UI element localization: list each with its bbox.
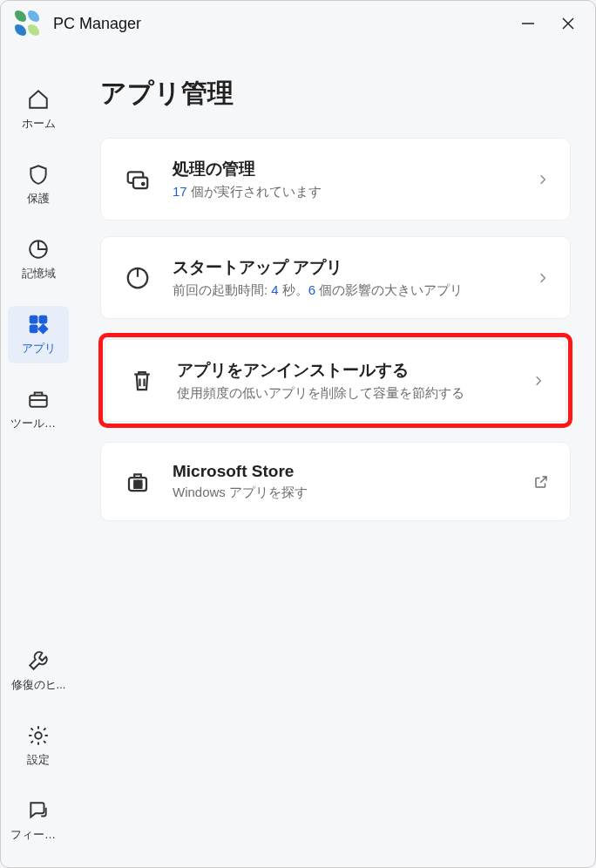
sidebar-item-protection[interactable]: 保護 — [8, 156, 69, 214]
card-startup-apps[interactable]: スタートアップ アプリ 前回の起動時間: 4 秒。6 個の影響の大きいアプリ — [100, 236, 571, 319]
card-microsoft-store[interactable]: Microsoft Store Windows アプリを探す — [100, 442, 571, 521]
card-title: Microsoft Store — [173, 462, 533, 481]
startup-seconds: 4 — [271, 282, 278, 297]
sidebar: ホーム 保護 記憶域 アプリ — [1, 46, 76, 867]
power-icon — [122, 262, 153, 294]
sidebar-item-toolbox[interactable]: ツールボッ... — [8, 381, 69, 438]
svg-point-9 — [35, 732, 42, 739]
svg-rect-20 — [134, 485, 138, 488]
card-uninstall-apps[interactable]: アプリをアンインストールする 使用頻度の低いアプリを削除して容量を節約する — [105, 339, 566, 422]
sidebar-item-label: 修復のヒ... — [11, 677, 66, 693]
card-title: スタートアップ アプリ — [173, 256, 537, 279]
sidebar-item-feedback[interactable]: フィードバ... — [8, 792, 69, 850]
chevron-right-icon — [532, 375, 545, 387]
page-title: アプリ管理 — [100, 76, 571, 112]
highlight-annotation: アプリをアンインストールする 使用頻度の低いアプリを削除して容量を節約する — [98, 333, 572, 428]
app-logo-icon — [15, 10, 41, 37]
chevron-right-icon — [537, 272, 549, 284]
card-text: 処理の管理 17 個が実行されています — [173, 158, 537, 200]
external-link-icon — [533, 474, 549, 490]
card-text: スタートアップ アプリ 前回の起動時間: 4 秒。6 個の影響の大きいアプリ — [173, 256, 537, 299]
storage-icon — [25, 236, 51, 262]
svg-rect-11 — [133, 177, 147, 188]
svg-rect-19 — [139, 480, 142, 484]
apps-icon — [25, 311, 51, 337]
card-process-management[interactable]: 処理の管理 17 個が実行されています — [100, 138, 571, 220]
close-button[interactable] — [548, 6, 588, 41]
svg-rect-18 — [134, 480, 138, 484]
body: ホーム 保護 記憶域 アプリ — [1, 46, 595, 867]
sidebar-item-label: アプリ — [22, 341, 56, 356]
card-subtitle: Windows アプリを探す — [173, 485, 533, 501]
svg-rect-5 — [39, 315, 47, 323]
card-subtitle: 17 個が実行されています — [173, 184, 537, 200]
process-count: 17 — [173, 184, 187, 199]
sidebar-item-label: ホーム — [22, 116, 56, 132]
home-icon — [25, 86, 51, 112]
sidebar-item-label: ツールボッ... — [10, 416, 66, 431]
sidebar-item-label: 設定 — [27, 752, 50, 768]
sidebar-item-settings[interactable]: 設定 — [8, 717, 69, 775]
window-buttons — [508, 6, 588, 41]
card-subtitle: 前回の起動時間: 4 秒。6 個の影響の大きいアプリ — [173, 282, 537, 299]
svg-rect-7 — [30, 396, 47, 407]
card-text: Microsoft Store Windows アプリを探す — [173, 462, 533, 501]
impact-count: 6 — [308, 282, 315, 297]
gear-icon — [25, 722, 51, 749]
card-title: アプリをアンインストールする — [177, 359, 532, 382]
sidebar-item-storage[interactable]: 記憶域 — [8, 231, 69, 288]
sidebar-item-apps[interactable]: アプリ — [8, 306, 69, 363]
minimize-button[interactable] — [508, 6, 548, 41]
feedback-icon — [25, 797, 51, 824]
main-content: アプリ管理 処理の管理 17 個が実行されています — [76, 46, 595, 867]
titlebar: PC Manager — [1, 1, 595, 46]
card-subtitle: 使用頻度の低いアプリを削除して容量を節約する — [177, 385, 532, 402]
card-title: 処理の管理 — [173, 158, 537, 180]
trash-icon — [126, 365, 158, 397]
card-text: アプリをアンインストールする 使用頻度の低いアプリを削除して容量を節約する — [177, 359, 532, 402]
chevron-right-icon — [537, 173, 549, 186]
sidebar-item-label: 保護 — [27, 191, 50, 207]
svg-rect-4 — [30, 315, 37, 323]
shield-icon — [25, 161, 51, 187]
window-title: PC Manager — [53, 15, 508, 33]
store-icon — [122, 466, 153, 498]
wrench-icon — [25, 648, 51, 674]
sidebar-item-label: 記憶域 — [22, 266, 56, 281]
svg-rect-21 — [139, 485, 142, 488]
sidebar-item-repair[interactable]: 修復のヒ... — [8, 642, 69, 700]
sidebar-item-home[interactable]: ホーム — [8, 81, 69, 139]
processes-icon — [122, 164, 153, 195]
svg-point-12 — [142, 182, 145, 185]
toolbox-icon — [25, 386, 51, 412]
app-window: PC Manager ホーム 保護 — [0, 0, 596, 868]
svg-rect-6 — [30, 325, 37, 333]
sidebar-item-label: フィードバ... — [10, 827, 66, 843]
